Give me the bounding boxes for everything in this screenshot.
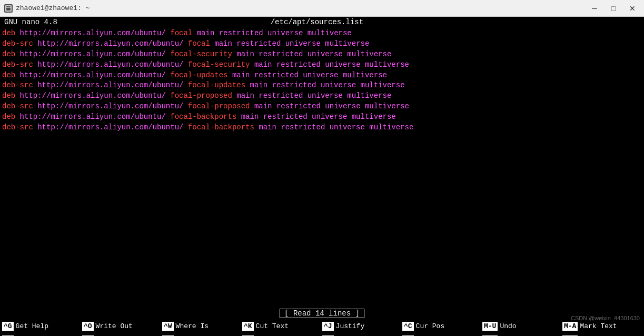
shortcut-label: Write Out	[96, 322, 133, 330]
shortcuts-bar: ^GGet Help^OWrite Out^WWhere Is^KCut Tex…	[0, 319, 644, 336]
shortcut-label: Cut Text	[256, 322, 289, 330]
shortcut-item[interactable]: M-UUndo	[480, 319, 560, 333]
editor-line: deb http://mirrors.aliyun.com/ubuntu/ fo…	[2, 70, 642, 81]
shortcut-item[interactable]: ^CCur Pos	[400, 319, 480, 333]
editor-line: deb-src http://mirrors.aliyun.com/ubuntu…	[2, 39, 642, 49]
shortcuts-row: ^GGet Help^OWrite Out^WWhere Is^KCut Tex…	[0, 319, 644, 333]
editor-line: deb http://mirrors.aliyun.com/ubuntu/ fo…	[2, 91, 642, 101]
shortcut-item[interactable]: ^RRead File	[80, 333, 160, 336]
status-message: [ Read 14 lines ]	[280, 309, 364, 318]
editor-line: deb http://mirrors.aliyun.com/ubuntu/ fo…	[2, 28, 642, 39]
shortcut-item[interactable]: ^_Go To Line	[400, 333, 480, 336]
window-title: zhaowei@zhaowei: ~	[16, 4, 587, 12]
window-icon	[4, 4, 13, 13]
status-bar: [ Read 14 lines ]	[0, 308, 644, 319]
shortcut-key: ^J	[322, 322, 334, 331]
shortcut-item[interactable]: ^OWrite Out	[80, 319, 160, 333]
svg-rect-0	[6, 6, 11, 11]
shortcut-key: ^C	[402, 322, 414, 331]
shortcut-key: ^G	[2, 322, 14, 331]
shortcut-item[interactable]: ^\Replace	[160, 333, 240, 336]
shortcut-item[interactable]: M-6Copy Text	[560, 333, 640, 336]
shortcut-item[interactable]: ^GGet Help	[0, 319, 80, 333]
shortcut-label: Get Help	[16, 322, 48, 330]
shortcut-label: Where Is	[176, 322, 209, 330]
shortcut-key: ^O	[82, 322, 94, 331]
shortcut-item[interactable]: ^JJustify	[320, 319, 400, 333]
shortcut-item[interactable]: ^KCut Text	[240, 319, 320, 333]
shortcut-label: Mark Text	[580, 322, 617, 330]
shortcut-key: M-A	[562, 322, 578, 331]
shortcut-item[interactable]: M-ERedo	[480, 333, 560, 336]
shortcut-key: M-U	[482, 322, 498, 331]
watermark: CSDN @weixin_44301630	[571, 315, 640, 321]
nano-header: GNU nano 4.8 /etc/apt/sources.list	[0, 17, 644, 27]
editor-line: deb-src http://mirrors.aliyun.com/ubuntu…	[2, 101, 642, 112]
shortcut-item[interactable]: ^XExit	[0, 333, 80, 336]
shortcut-label: Cur Pos	[416, 322, 445, 330]
titlebar: zhaowei@zhaowei: ~ ─ □ ✕	[0, 0, 644, 17]
editor-line: deb-src http://mirrors.aliyun.com/ubuntu…	[2, 80, 642, 91]
shortcut-key: ^W	[162, 322, 174, 331]
editor-line: deb-src http://mirrors.aliyun.com/ubuntu…	[2, 123, 642, 133]
nano-version: GNU nano 4.8	[4, 18, 57, 26]
shortcut-key: ^K	[242, 322, 254, 331]
file-path: /etc/apt/sources.list	[57, 18, 577, 26]
shortcut-item[interactable]: ^UPaste Text	[240, 333, 320, 336]
close-button[interactable]: ✕	[625, 3, 640, 14]
editor-area: deb http://mirrors.aliyun.com/ubuntu/ fo…	[0, 27, 644, 308]
window-controls: ─ □ ✕	[587, 3, 640, 14]
editor-line: deb http://mirrors.aliyun.com/ubuntu/ fo…	[2, 112, 642, 123]
maximize-button[interactable]: □	[606, 3, 621, 14]
shortcut-item[interactable]: ^TTo Spell	[320, 333, 400, 336]
shortcut-label: Undo	[500, 322, 516, 330]
minimize-button[interactable]: ─	[587, 3, 602, 14]
editor-line: deb-src http://mirrors.aliyun.com/ubuntu…	[2, 60, 642, 70]
shortcut-label: Justify	[336, 322, 365, 330]
shortcut-item[interactable]: ^WWhere Is	[160, 319, 240, 333]
editor-line: deb http://mirrors.aliyun.com/ubuntu/ fo…	[2, 49, 642, 60]
shortcuts-row: ^XExit^RRead File^\Replace^UPaste Text^T…	[0, 333, 644, 336]
